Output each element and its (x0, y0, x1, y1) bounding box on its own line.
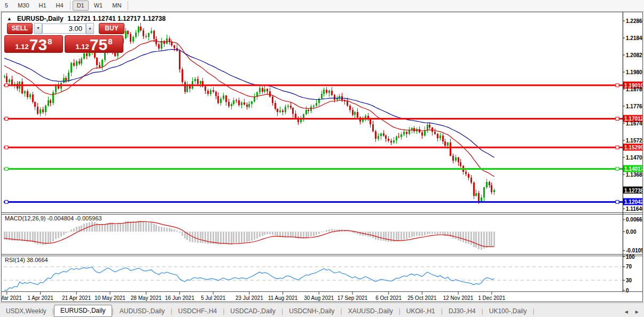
svg-text:1.19800: 1.19800 (626, 69, 642, 75)
tab-separator: | (532, 306, 534, 316)
level-line-1.17012[interactable]: 1.17012 (4, 115, 642, 122)
buy-button[interactable]: BUY (99, 23, 124, 34)
one-click-trade-panel: SELL ▼ 3.00 ▲ BUY 1.12 73 8 1.12 75 8 (4, 23, 125, 53)
tab-scroll-left-icon[interactable]: ◀ (625, 310, 628, 314)
ma-fast-line (4, 41, 494, 176)
tab-usdcnh-daily[interactable]: USDCNH-,Daily (283, 306, 340, 316)
svg-text:30: 30 (626, 278, 632, 283)
price-axis: 1.228601.218401.208201.198001.187801.177… (623, 18, 642, 294)
level-line-1.15299[interactable]: 1.15299 (4, 144, 642, 150)
buy-price-prefix: 1.12 (75, 43, 89, 51)
svg-text:1 Apr 2021: 1 Apr 2021 (27, 295, 53, 301)
svg-text:1.12042: 1.12042 (624, 199, 642, 205)
sell-price-main: 73 (29, 37, 47, 52)
collapse-icon[interactable]: ▲ (7, 16, 12, 21)
svg-text:0: 0 (626, 288, 629, 294)
svg-text:25 Oct 2021: 25 Oct 2021 (407, 295, 437, 301)
svg-text:1.16740: 1.16740 (626, 121, 642, 126)
ohlc-values: 1.12721 1.12741 1.12717 1.12738 (68, 15, 166, 22)
svg-text:11 Aug 2021: 11 Aug 2021 (268, 295, 298, 301)
sell-button[interactable]: SELL (7, 23, 33, 34)
timeframe-m30[interactable]: M30 (13, 1, 33, 11)
svg-text:1.17760: 1.17760 (626, 104, 642, 109)
timeframe-h4[interactable]: H4 (52, 1, 68, 11)
level-line-1.14017[interactable]: 1.14017 (4, 165, 642, 172)
svg-text:1.22860: 1.22860 (626, 18, 642, 24)
symbol-label: EURUSD-,Daily (17, 15, 64, 22)
svg-text:5 Jul 2021: 5 Jul 2021 (201, 295, 226, 301)
rsi-line (4, 267, 494, 290)
chart-title: ▲ EURUSD-,Daily 1.12721 1.12741 1.12717 … (7, 15, 166, 22)
svg-text:23 Jul 2021: 23 Jul 2021 (235, 295, 263, 301)
tab-xauusd-daily[interactable]: XAUUSD-,Daily (342, 306, 399, 316)
buy-price-main: 75 (90, 37, 107, 52)
timeframe-toolbar: 5M30H1H4D1W1MN (0, 0, 644, 12)
level-line-1.12042[interactable]: 1.12042 (4, 198, 642, 205)
svg-text:1.20820: 1.20820 (626, 52, 642, 58)
svg-text:10 May 2021: 10 May 2021 (95, 295, 125, 301)
svg-text:6 Oct 2021: 6 Oct 2021 (375, 295, 402, 301)
svg-text:21 Apr 2021: 21 Apr 2021 (62, 295, 91, 301)
tab-usdx-weekly[interactable]: USDX,Weekly (0, 306, 52, 316)
sell-price-pip: 8 (48, 37, 52, 46)
svg-text:70: 70 (626, 264, 632, 270)
svg-text:28 May 2021: 28 May 2021 (131, 295, 162, 301)
date-axis: 14 Mar 20211 Apr 202121 Apr 202110 May 2… (2, 292, 506, 301)
volume-input[interactable]: 3.00 (42, 23, 86, 34)
toolbar-separator (70, 1, 70, 10)
symbol-tab-bar: USDX,Weekly|EURUSD-,Daily|AUDUSD-,Daily|… (0, 303, 644, 317)
svg-text:1.18780: 1.18780 (626, 86, 642, 92)
svg-text:12 Nov 2021: 12 Nov 2021 (443, 295, 474, 301)
tab-usdcad-daily[interactable]: USDCAD-,Daily (224, 306, 281, 316)
macd-pane (4, 221, 496, 250)
svg-text:14 Mar 2021: 14 Mar 2021 (2, 295, 22, 301)
volume-increase-icon[interactable]: ▲ (86, 23, 94, 34)
svg-text:1.15299: 1.15299 (624, 145, 642, 150)
timeframe-h1[interactable]: H1 (35, 1, 51, 11)
pane-borders (2, 12, 642, 292)
macd-label: MACD(12,26,9) -0.004804 -0.005963 (5, 215, 102, 221)
tab-scroll-right-icon[interactable]: ▶ (635, 310, 639, 314)
svg-text:1.11640: 1.11640 (626, 206, 642, 212)
timeframe-w1[interactable]: W1 (90, 1, 107, 11)
trading-terminal: 5M30H1H4D1W1MN 1.190101.170121.152991.14… (0, 0, 644, 317)
sell-price-prefix: 1.12 (15, 43, 28, 51)
tab-audusd-daily[interactable]: AUDUSD-,Daily (114, 306, 171, 316)
svg-text:16 Jun 2021: 16 Jun 2021 (165, 295, 194, 301)
svg-text:1.12738: 1.12738 (624, 188, 642, 194)
tab-eurusd-daily[interactable]: EURUSD-,Daily (54, 305, 112, 317)
svg-text:0.00: 0.00 (626, 229, 637, 235)
svg-text:0.006611: 0.006611 (626, 217, 642, 223)
buy-price[interactable]: 1.12 75 8 (65, 35, 123, 53)
rsi-label: RSI(14) 38.0664 (5, 257, 48, 263)
tab-usdchf-h4[interactable]: USDCHF-,H4 (172, 306, 223, 316)
svg-text:1.13680: 1.13680 (626, 172, 642, 178)
current-price-box: 1.12738 (623, 187, 642, 194)
timeframe-d1[interactable]: D1 (73, 1, 89, 11)
svg-text:1.14700: 1.14700 (626, 155, 642, 161)
svg-text:17 Sep 2021: 17 Sep 2021 (337, 295, 368, 301)
toolbar-separator (128, 1, 128, 10)
tab-ukoil-h1[interactable]: UKOil-,H1 (400, 306, 441, 316)
buy-price-pip: 8 (108, 37, 112, 46)
tab-dj30-h4[interactable]: DJ30-,H4 (443, 306, 482, 316)
chart-window: 1.190101.170121.152991.140171.120421.127… (1, 12, 643, 302)
tab-uk100-daily[interactable]: UK100-,Daily (483, 306, 533, 316)
svg-text:1.21840: 1.21840 (626, 35, 642, 41)
price-chart: 1.190101.170121.152991.140171.120421.127… (2, 12, 642, 302)
svg-text:-0.010595: -0.010595 (626, 248, 642, 253)
timeframe-mn[interactable]: MN (108, 1, 125, 11)
svg-text:1 Dec 2021: 1 Dec 2021 (478, 295, 506, 301)
svg-text:1.15720: 1.15720 (626, 138, 642, 144)
volume-decrease-icon[interactable]: ▼ (34, 23, 42, 34)
timeframe-5[interactable]: 5 (1, 1, 12, 11)
svg-text:100: 100 (626, 254, 635, 260)
svg-text:30 Aug 2021: 30 Aug 2021 (304, 295, 334, 301)
level-line-1.19010[interactable]: 1.19010 (4, 82, 642, 89)
sell-price[interactable]: 1.12 73 8 (4, 35, 63, 53)
